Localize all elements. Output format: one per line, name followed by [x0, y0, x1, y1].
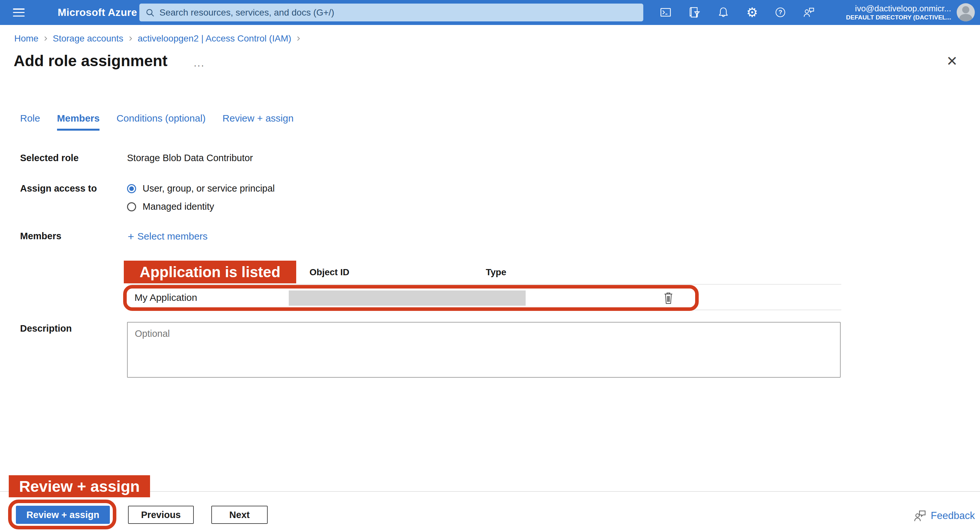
- description-textarea[interactable]: [127, 322, 841, 378]
- tab-bar: Role Members Conditions (optional) Revie…: [20, 113, 294, 131]
- annotation-application-listed: Application is listed: [124, 261, 296, 283]
- top-bar: Microsoft Azure ⚙: [0, 0, 980, 25]
- select-members-link[interactable]: + Select members: [128, 231, 208, 242]
- azure-portal-page: Microsoft Azure ⚙: [0, 0, 980, 531]
- tab-review-assign[interactable]: Review + assign: [223, 113, 294, 131]
- search-input[interactable]: [159, 8, 638, 18]
- tab-role[interactable]: Role: [20, 113, 40, 131]
- global-search[interactable]: [139, 3, 643, 21]
- help-icon[interactable]: ?: [773, 5, 788, 20]
- account-info[interactable]: ivo@dactiveloop.onmicr... DEFAULT DIRECT…: [846, 3, 951, 21]
- table-header-divider: [128, 284, 841, 285]
- account-directory: DEFAULT DIRECTORY (DACTIVEL...: [846, 14, 951, 21]
- previous-button[interactable]: Previous: [128, 506, 194, 524]
- tab-conditions[interactable]: Conditions (optional): [116, 113, 205, 131]
- radio-managed-identity[interactable]: Managed identity: [127, 201, 214, 212]
- page-title: Add role assignment: [14, 52, 167, 70]
- next-button[interactable]: Next: [211, 506, 268, 524]
- avatar[interactable]: [957, 3, 975, 21]
- svg-text:?: ?: [778, 9, 782, 16]
- description-label: Description: [20, 323, 72, 334]
- directory-filter-icon[interactable]: [687, 5, 702, 20]
- members-label: Members: [20, 231, 61, 241]
- selected-role-value: Storage Blob Data Contributor: [127, 153, 253, 163]
- account-email: ivo@dactiveloop.onmicr...: [846, 3, 951, 14]
- selected-role-label: Selected role: [20, 153, 79, 163]
- chevron-right-icon: [43, 35, 48, 43]
- brand-title[interactable]: Microsoft Azure: [58, 6, 137, 19]
- assign-access-label: Assign access to: [20, 183, 97, 194]
- breadcrumb-access-control[interactable]: activeloopgen2 | Access Control (IAM): [138, 33, 291, 44]
- column-header-object-id: Object ID: [310, 267, 349, 277]
- annotation-review-assign: Review + assign: [9, 475, 150, 497]
- column-header-type: Type: [486, 267, 506, 277]
- settings-gear-icon[interactable]: ⚙: [745, 5, 760, 20]
- more-menu-icon[interactable]: ...: [194, 58, 205, 69]
- feedback-link[interactable]: Feedback: [913, 509, 975, 522]
- radio-unselected-icon: [127, 202, 136, 211]
- chevron-right-icon: [128, 35, 133, 43]
- radio-selected-icon: [127, 184, 136, 193]
- close-icon[interactable]: ✕: [946, 54, 958, 68]
- cloud-shell-icon[interactable]: [658, 5, 673, 20]
- annotation-row-highlight-ring: [123, 285, 699, 311]
- hamburger-menu-icon[interactable]: [12, 7, 25, 18]
- chevron-right-icon: [296, 35, 301, 43]
- tab-members[interactable]: Members: [57, 113, 100, 131]
- radio-user-group-service-principal[interactable]: User, group, or service principal: [127, 183, 275, 194]
- feedback-person-icon[interactable]: [801, 5, 817, 20]
- search-icon: [145, 8, 155, 18]
- plus-icon: +: [128, 231, 134, 241]
- notifications-bell-icon[interactable]: [716, 5, 731, 20]
- breadcrumb-storage-accounts[interactable]: Storage accounts: [53, 33, 124, 44]
- feedback-icon: [913, 509, 927, 522]
- breadcrumb: Home Storage accounts activeloopgen2 | A…: [14, 33, 301, 44]
- breadcrumb-home[interactable]: Home: [14, 33, 38, 44]
- review-assign-button[interactable]: Review + assign: [16, 506, 110, 524]
